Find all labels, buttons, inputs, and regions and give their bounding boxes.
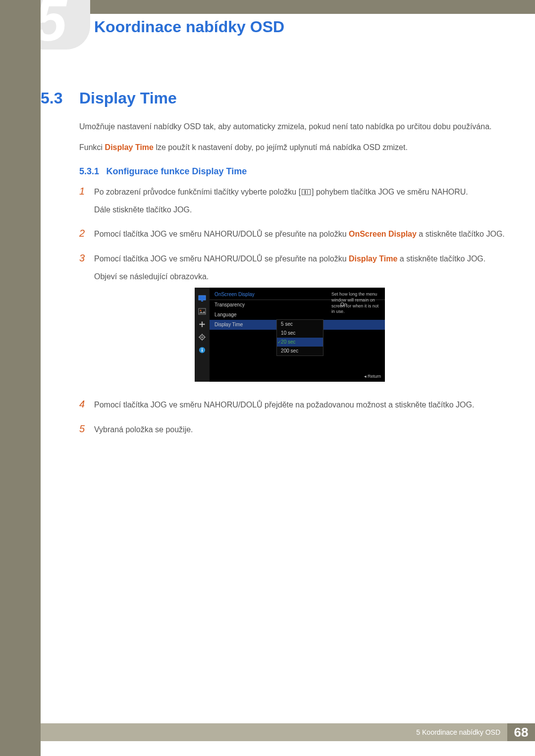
step-body: Po zobrazení průvodce funkčními tlačítky…	[94, 186, 468, 221]
page-content: 5.3 Display Time Umožňuje nastavení nabí…	[41, 89, 505, 448]
highlight-display-time: Display Time	[349, 254, 397, 263]
osd-option: 10 sec	[277, 329, 323, 338]
osd-item-label: Language	[214, 311, 340, 319]
osd-main-panel: OnScreen Display Transparency On Languag…	[210, 288, 385, 382]
svg-rect-5	[201, 324, 204, 325]
step-number: 2	[79, 228, 94, 246]
section-heading: 5.3 Display Time	[41, 89, 505, 107]
osd-option: 200 sec	[277, 347, 323, 355]
text: Objeví se následující obrazovka.	[94, 270, 485, 283]
text: Pomocí tlačítka JOG ve směru NAHORU/DOLŮ…	[94, 230, 349, 238]
page-footer: 5 Koordinace nabídky OSD 68	[41, 723, 535, 741]
move-icon	[198, 320, 207, 328]
step-number: 3	[79, 252, 94, 392]
info-icon	[198, 346, 207, 354]
left-margin-strip	[0, 0, 41, 756]
text: Funkci	[79, 143, 105, 151]
svg-rect-1	[201, 301, 203, 302]
osd-option: 5 sec	[277, 320, 323, 329]
text: a stiskněte tlačítko JOG.	[397, 254, 485, 263]
svg-rect-13	[202, 350, 203, 352]
picture-icon	[198, 307, 207, 315]
section-paragraph-1: Umožňuje nastavení nabídky OSD tak, aby …	[79, 120, 505, 133]
text: ] pohybem tlačítka JOG ve směru NAHORU.	[312, 188, 468, 196]
text: a stiskněte tlačítko JOG.	[417, 230, 505, 238]
subsection-number: 5.3.1	[79, 166, 99, 176]
gear-icon	[198, 333, 207, 341]
step-body: Pomocí tlačítka JOG ve směru NAHORU/DOLŮ…	[94, 399, 474, 416]
section-paragraph-2: Funkci Display Time lze použít k nastave…	[79, 141, 505, 154]
osd-options-popup: 5 sec 10 sec 20 sec 200 sec	[276, 319, 323, 356]
subsection-heading: 5.3.1 Konfigurace funkce Display Time	[79, 166, 505, 177]
svg-point-3	[200, 310, 202, 311]
step-4: 4 Pomocí tlačítka JOG ve směru NAHORU/DO…	[79, 399, 505, 416]
osd-return-hint: Return	[364, 373, 381, 380]
text: lze použít k nastavení doby, po jejímž u…	[154, 143, 408, 151]
text: Dále stiskněte tlačítko JOG.	[94, 203, 468, 216]
svg-point-7	[201, 336, 203, 338]
step-2: 2 Pomocí tlačítka JOG ve směru NAHORU/DO…	[79, 228, 505, 246]
text: Pomocí tlačítka JOG ve směru NAHORU/DOLŮ…	[94, 399, 474, 411]
steps-list: 1 Po zobrazení průvodce funkčními tlačít…	[79, 186, 505, 441]
osd-option-selected: 20 sec	[277, 338, 323, 347]
step-5: 5 Vybraná položka se použije.	[79, 423, 505, 441]
osd-screenshot: OnScreen Display Transparency On Languag…	[195, 288, 385, 382]
chapter-number-badge: 5	[41, 0, 90, 50]
footer-chapter-label: 5 Koordinace nabídky OSD	[416, 728, 507, 736]
svg-rect-0	[199, 296, 206, 300]
section-title: Display Time	[79, 89, 177, 107]
step-number: 4	[79, 399, 94, 416]
osd-help-text: Set how long the menu window will remain…	[331, 292, 381, 315]
text: Vybraná položka se použije.	[94, 423, 193, 436]
text: Pomocí tlačítka JOG ve směru NAHORU/DOLŮ…	[94, 254, 349, 263]
text: Po zobrazení průvodce funkčními tlačítky…	[94, 188, 301, 196]
svg-rect-2	[199, 308, 206, 314]
top-margin-strip	[41, 0, 535, 14]
osd-sidebar	[195, 288, 210, 382]
menu-icon	[302, 189, 311, 195]
highlight-onscreen-display: OnScreen Display	[349, 230, 417, 238]
svg-rect-14	[202, 349, 203, 350]
step-body: Pomocí tlačítka JOG ve směru NAHORU/DOLŮ…	[94, 252, 485, 392]
section-number: 5.3	[41, 89, 79, 107]
highlight-display-time: Display Time	[105, 143, 154, 151]
osd-item-label: Transparency	[214, 301, 340, 309]
footer-page-number: 68	[507, 723, 535, 741]
step-body: Pomocí tlačítka JOG ve směru NAHORU/DOLŮ…	[94, 228, 505, 246]
subsection-title: Konfigurace funkce Display Time	[107, 166, 247, 176]
step-number: 1	[79, 186, 94, 221]
step-body: Vybraná položka se použije.	[94, 423, 193, 441]
step-number: 5	[79, 423, 94, 441]
step-1: 1 Po zobrazení průvodce funkčními tlačít…	[79, 186, 505, 221]
monitor-icon	[198, 295, 207, 302]
chapter-title: Koordinace nabídky OSD	[94, 18, 284, 36]
step-3: 3 Pomocí tlačítka JOG ve směru NAHORU/DO…	[79, 252, 505, 392]
